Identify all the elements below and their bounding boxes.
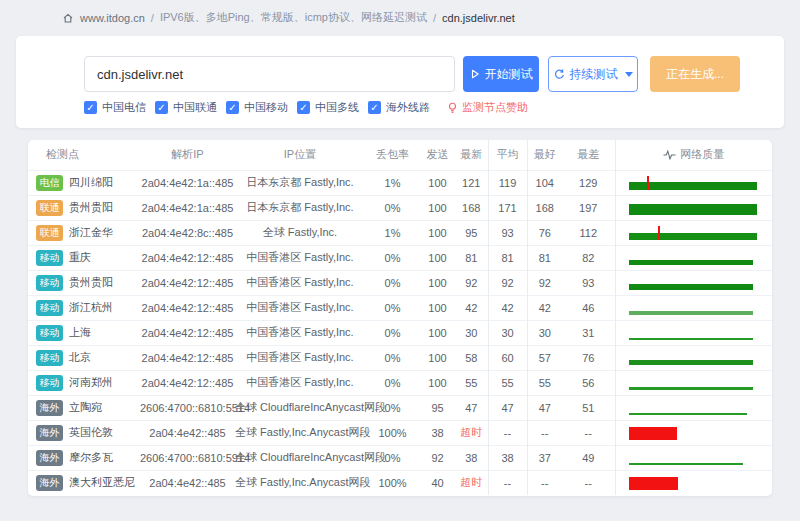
carrier-badge: 海外: [36, 450, 63, 466]
worst-latency: 49: [562, 445, 615, 470]
average-latency: 55: [488, 370, 527, 395]
header-packet-loss: 丢包率: [365, 140, 420, 170]
ip-location: 中国香港区 Fastly,Inc.: [235, 345, 365, 370]
generating-button[interactable]: 正在生成...: [650, 56, 740, 92]
quality-bar: [629, 175, 759, 191]
pulse-icon: [663, 150, 676, 160]
latest-latency: 超时: [455, 470, 488, 495]
table-row: 海外英国伦敦 2a04:4e42::485 全球 Fastly,Inc.Anyc…: [28, 420, 772, 445]
continuous-test-button[interactable]: 持续测试: [548, 56, 638, 92]
line-filter-checkbox[interactable]: ✓ 中国多线: [297, 100, 359, 115]
worst-latency: 51: [562, 395, 615, 420]
carrier-badge: 移动: [36, 275, 63, 291]
checkbox-label: 中国多线: [315, 100, 359, 115]
home-icon: [62, 12, 74, 24]
packet-loss: 1%: [365, 220, 420, 245]
node-name: 摩尔多瓦: [69, 451, 113, 463]
lightbulb-icon: [447, 102, 458, 114]
node-name: 贵州贵阳: [69, 201, 113, 213]
resolved-ip: 2606:4700::6810:5914: [140, 445, 235, 470]
latest-latency: 92: [455, 270, 488, 295]
latest-latency: 168: [455, 195, 488, 220]
packet-loss: 0%: [365, 195, 420, 220]
checkbox-checked-icon: ✓: [226, 101, 239, 114]
sponsor-link[interactable]: 监测节点赞助: [447, 100, 528, 115]
start-test-button[interactable]: 开始测试: [463, 56, 539, 92]
average-latency: 30: [488, 320, 527, 345]
worst-latency: 82: [562, 245, 615, 270]
ip-location: 全球 CloudflareIncAnycast网段: [235, 445, 365, 470]
best-latency: 47: [527, 395, 562, 420]
carrier-badge: 海外: [36, 425, 63, 441]
resolved-ip: 2a04:4e42::485: [140, 470, 235, 495]
resolved-ip: 2a04:4e42:8c::485: [140, 220, 235, 245]
table-row: 联通贵州贵阳 2a04:4e42:1a::485 日本东京都 Fastly,In…: [28, 195, 772, 220]
line-filter-checkbox[interactable]: ✓ 中国联通: [155, 100, 217, 115]
table-row: 电信四川绵阳 2a04:4e42:1a::485 日本东京都 Fastly,In…: [28, 170, 772, 195]
checkbox-checked-icon: ✓: [155, 101, 168, 114]
header-node: 检测点: [28, 140, 140, 170]
best-latency: 81: [527, 245, 562, 270]
average-latency: 60: [488, 345, 527, 370]
packet-loss: 100%: [365, 420, 420, 445]
resolved-ip: 2a04:4e42:12::485: [140, 320, 235, 345]
latest-latency: 38: [455, 445, 488, 470]
carrier-badge: 移动: [36, 350, 63, 366]
node-name: 北京: [69, 351, 91, 363]
best-latency: 57: [527, 345, 562, 370]
results-tbody: 电信四川绵阳 2a04:4e42:1a::485 日本东京都 Fastly,In…: [28, 170, 772, 495]
quality-bar: [629, 400, 759, 416]
best-latency: 104: [527, 170, 562, 195]
best-latency: 30: [527, 320, 562, 345]
carrier-badge: 联通: [36, 225, 63, 241]
packet-loss: 100%: [365, 470, 420, 495]
ip-location: 中国香港区 Fastly,Inc.: [235, 245, 365, 270]
header-resolved-ip: 解析IP: [140, 140, 235, 170]
quality-bar: [629, 275, 759, 291]
sent-count: 100: [420, 270, 455, 295]
breadcrumb-home[interactable]: www.itdog.cn: [80, 12, 145, 24]
target-host-input[interactable]: [84, 56, 455, 92]
worst-latency: --: [562, 470, 615, 495]
ip-location: 全球 Fastly,Inc.Anycast网段: [235, 470, 365, 495]
quality-bar: [629, 375, 759, 391]
ip-location: 全球 CloudflareIncAnycast网段: [235, 395, 365, 420]
table-row: 海外立陶宛 2606:4700::6810:5514 全球 Cloudflare…: [28, 395, 772, 420]
resolved-ip: 2a04:4e42:12::485: [140, 345, 235, 370]
sent-count: 100: [420, 320, 455, 345]
ip-location: 全球 Fastly,Inc.: [235, 220, 365, 245]
breadcrumb-current: cdn.jsdelivr.net: [442, 12, 515, 24]
carrier-badge: 移动: [36, 300, 63, 316]
worst-latency: 197: [562, 195, 615, 220]
average-latency: 93: [488, 220, 527, 245]
table-row: 海外摩尔多瓦 2606:4700::6810:5914 全球 Cloudflar…: [28, 445, 772, 470]
checkbox-label: 中国联通: [173, 100, 217, 115]
packet-loss: 0%: [365, 370, 420, 395]
results-table-card: 检测点 解析IP IP位置 丢包率 发送 最新 平均 最好 最差 网络质量 电信: [28, 140, 772, 496]
carrier-badge: 联通: [36, 200, 63, 216]
average-latency: 92: [488, 270, 527, 295]
packet-loss: 0%: [365, 295, 420, 320]
packet-loss: 1%: [365, 170, 420, 195]
sent-count: 100: [420, 170, 455, 195]
quality-bar: [629, 225, 759, 241]
average-latency: 81: [488, 245, 527, 270]
packet-loss: 0%: [365, 270, 420, 295]
line-filter-checkbox[interactable]: ✓ 中国电信: [84, 100, 146, 115]
node-name: 浙江杭州: [69, 301, 113, 313]
carrier-badge: 移动: [36, 375, 63, 391]
resolved-ip: 2a04:4e42:12::485: [140, 245, 235, 270]
sent-count: 38: [420, 420, 455, 445]
line-filter-checkbox[interactable]: ✓ 中国移动: [226, 100, 288, 115]
quality-bar: [629, 425, 759, 441]
best-latency: 42: [527, 295, 562, 320]
sent-count: 100: [420, 245, 455, 270]
results-table: 检测点 解析IP IP位置 丢包率 发送 最新 平均 最好 最差 网络质量 电信: [28, 140, 772, 495]
average-latency: 171: [488, 195, 527, 220]
breadcrumb-category[interactable]: IPV6版、多地Ping、常规版、icmp协议、网络延迟测试: [160, 10, 427, 25]
sent-count: 100: [420, 295, 455, 320]
line-filter-checkbox[interactable]: ✓ 海外线路: [368, 100, 430, 115]
breadcrumb-separator: /: [151, 12, 154, 24]
packet-loss: 0%: [365, 320, 420, 345]
sent-count: 100: [420, 345, 455, 370]
